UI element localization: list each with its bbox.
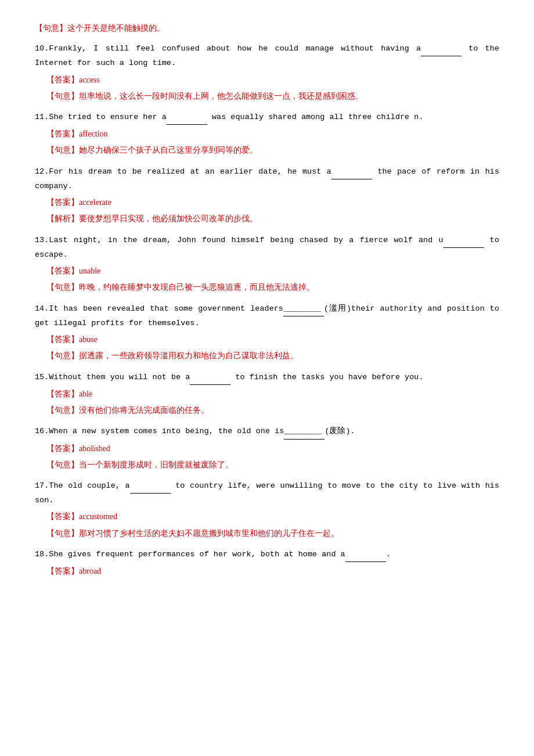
answer-tag-7: 【答案】 [46, 444, 79, 453]
question-text-9: 18.She gives frequent performances of he… [35, 548, 499, 562]
answer-tag-2: 【答案】 [46, 129, 79, 138]
question-before-5: It has been revealed that some governmen… [49, 304, 283, 313]
question-before-4: Last night, in the dream, John found him… [49, 236, 443, 244]
meaning-tag-1: 【句意】 [46, 92, 79, 100]
question-after-9: . [386, 550, 391, 559]
answer-tag-1: 【答案】 [46, 75, 79, 84]
question-block-4: 13.Last night, in the dream, John found … [35, 233, 499, 295]
answer-value-8: accustomed [79, 512, 117, 521]
question-before-1: Frankly, I still feel confused about how… [49, 44, 421, 53]
question-blank-7: ________ [284, 424, 324, 439]
question-text-5: 14.It has been revealed that some govern… [35, 302, 499, 331]
meaning-tag-2: 【句意】 [46, 146, 79, 154]
meaning-tag-6: 【句意】 [46, 406, 79, 415]
question-text-3: 12.For his dream to be realized at an ea… [35, 165, 499, 194]
answer-value-9: abroad [79, 567, 101, 575]
question-before-8: The old couple, a [49, 481, 129, 490]
answer-tag-9: 【答案】 [46, 567, 79, 575]
meaning-tag-4: 【句意】 [46, 283, 79, 291]
answer-value-3: accelerate [79, 198, 111, 207]
meaning-text-2: 她尽力确保三个孩子从自己这里分享到同等的爱。 [79, 146, 258, 154]
meaning-row-8: 【句意】那对习惯了乡村生活的老夫妇不愿意搬到城市里和他们的儿子住在一起。 [46, 526, 499, 541]
answer-value-1: access [79, 75, 100, 84]
answer-tag-4: 【答案】 [46, 267, 79, 275]
question-before-6: Without them you will not be a [49, 373, 190, 381]
meaning-text-6: 没有他们你将无法完成面临的任务。 [79, 406, 209, 415]
question-blank-4 [443, 233, 484, 248]
meaning-text-5: 据透露，一些政府领导滥用权力和地位为自己谋取非法利益。 [79, 351, 298, 360]
answer-value-7: abolished [79, 444, 110, 453]
question-number-6: 15. [35, 373, 49, 381]
answer-tag-5: 【答案】 [46, 335, 79, 344]
question-block-5: 14.It has been revealed that some govern… [35, 302, 499, 363]
question-blank-9 [345, 548, 386, 562]
answer-tag-3: 【答案】 [46, 198, 79, 207]
question-block-3: 12.For his dream to be realized at an ea… [35, 165, 499, 226]
answer-tag-6: 【答案】 [46, 390, 79, 398]
top-sentence-block: 【句意】这个开关是绝不能触摸的。 [35, 23, 499, 34]
meaning-text-1: 坦率地说，这么长一段时间没有上网，他怎么能做到这一点，我还是感到困惑。 [79, 92, 363, 100]
top-sentence-tag: 【句意】 [35, 24, 67, 33]
question-number-9: 18. [35, 550, 49, 559]
answer-row-5: 【答案】abuse [46, 332, 499, 347]
meaning-row-1: 【句意】坦率地说，这么长一段时间没有上网，他怎么能做到这一点，我还是感到困惑。 [46, 89, 499, 103]
question-after-7: (废除). [324, 427, 355, 435]
meaning-row-2: 【句意】她尽力确保三个孩子从自己这里分享到同等的爱。 [46, 143, 499, 157]
top-sentence-text: 这个开关是绝不能触摸的。 [67, 24, 165, 33]
answer-value-5: abuse [79, 335, 98, 344]
meaning-tag-7: 【句意】 [46, 460, 79, 469]
question-blank-6 [190, 370, 230, 385]
meaning-text-7: 当一个新制度形成时，旧制度就被废除了。 [79, 460, 233, 469]
question-number-2: 11. [35, 113, 49, 121]
question-number-7: 16. [35, 427, 49, 435]
meaning-text-8: 那对习惯了乡村生活的老夫妇不愿意搬到城市里和他们的儿子住在一起。 [79, 529, 339, 538]
question-blank-5: ________ [283, 302, 324, 316]
meaning-row-6: 【句意】没有他们你将无法完成面临的任务。 [46, 403, 499, 417]
answer-row-7: 【答案】abolished [46, 441, 499, 456]
question-block-2: 11.She tried to ensure her a was equally… [35, 110, 499, 158]
answer-row-6: 【答案】able [46, 387, 499, 401]
answer-value-6: able [79, 390, 92, 398]
question-number-3: 12. [35, 167, 49, 176]
meaning-tag-3: 【解析】 [46, 214, 79, 223]
question-blank-8 [130, 479, 171, 494]
answer-row-1: 【答案】access [46, 73, 499, 87]
question-blank-3 [331, 165, 372, 179]
question-text-6: 15.Without them you will not be a to fin… [35, 370, 499, 385]
answer-row-4: 【答案】unable [46, 264, 499, 278]
question-after-2: was equally shared among all three child… [207, 113, 424, 121]
meaning-tag-8: 【句意】 [46, 529, 79, 538]
answer-value-4: unable [79, 267, 100, 275]
question-block-9: 18.She gives frequent performances of he… [35, 548, 499, 578]
answer-value-2: affection [79, 129, 108, 138]
question-text-4: 13.Last night, in the dream, John found … [35, 233, 499, 262]
question-number-4: 13. [35, 236, 49, 244]
meaning-row-3: 【解析】要使梦想早日实现，他必须加快公司改革的步伐。 [46, 211, 499, 226]
question-before-2: She tried to ensure her a [49, 113, 167, 121]
question-block-1: 10.Frankly, I still feel confused about … [35, 42, 499, 103]
answer-tag-8: 【答案】 [46, 512, 79, 521]
meaning-row-4: 【句意】昨晚，约翰在睡梦中发现自己被一头恶狼追逐，而且他无法逃掉。 [46, 280, 499, 294]
question-block-8: 17.The old couple, a to country life, we… [35, 479, 499, 541]
question-before-3: For his dream to be realized at an earli… [49, 167, 331, 176]
question-text-1: 10.Frankly, I still feel confused about … [35, 42, 499, 71]
answer-row-8: 【答案】accustomed [46, 509, 499, 524]
question-number-1: 10. [35, 44, 49, 53]
question-block-7: 16.When a new system comes into being, t… [35, 424, 499, 472]
question-blank-2 [167, 110, 207, 125]
question-text-2: 11.She tried to ensure her a was equally… [35, 110, 499, 125]
question-text-7: 16.When a new system comes into being, t… [35, 424, 499, 439]
question-blank-1 [421, 42, 461, 56]
meaning-text-3: 要使梦想早日实现，他必须加快公司改革的步伐。 [79, 214, 258, 223]
question-number-8: 17. [35, 481, 49, 490]
question-before-7: When a new system comes into being, the … [49, 427, 284, 435]
answer-row-2: 【答案】affection [46, 127, 499, 141]
question-text-8: 17.The old couple, a to country life, we… [35, 479, 499, 508]
question-block-6: 15.Without them you will not be a to fin… [35, 370, 499, 418]
question-number-5: 14. [35, 304, 49, 313]
question-before-9: She gives frequent performances of her w… [49, 550, 345, 559]
answer-row-9: 【答案】abroad [46, 564, 499, 578]
meaning-row-5: 【句意】据透露，一些政府领导滥用权力和地位为自己谋取非法利益。 [46, 348, 499, 363]
questions-container: 10.Frankly, I still feel confused about … [35, 42, 499, 578]
meaning-tag-5: 【句意】 [46, 351, 79, 360]
